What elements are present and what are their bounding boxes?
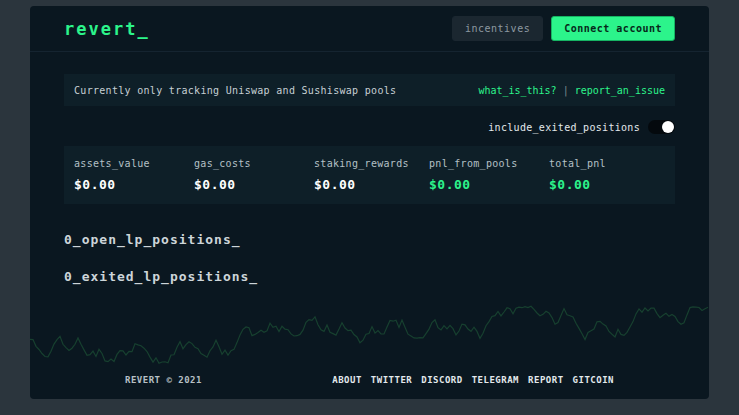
app-window: revert_ incentives Connect account Curre…	[30, 6, 709, 399]
footer-link-discord[interactable]: DISCORD	[421, 375, 462, 385]
stat-value: $0.00	[314, 177, 429, 192]
stat-gas-costs: gas_costs $0.00	[194, 158, 314, 192]
header: revert_ incentives Connect account	[30, 6, 709, 52]
report-an-issue-link[interactable]: report_an_issue	[575, 85, 665, 96]
footer-link-gitcoin[interactable]: GITCOIN	[573, 375, 614, 385]
include-exited-positions-toggle[interactable]	[648, 120, 675, 134]
stat-assets-value: assets_value $0.00	[74, 158, 194, 192]
stats-panel: assets_value $0.00 gas_costs $0.00 staki…	[64, 146, 675, 204]
stat-label: staking_rewards	[314, 158, 429, 169]
stat-staking-rewards: staking_rewards $0.00	[314, 158, 429, 192]
main-content: Currently only tracking Uniswap and Sush…	[30, 52, 709, 284]
banner-links: what_is_this? | report_an_issue	[478, 85, 665, 96]
sparkline-decoration	[30, 300, 709, 370]
sparkline-path	[30, 306, 708, 363]
stat-value: $0.00	[194, 177, 314, 192]
stat-value: $0.00	[429, 177, 549, 192]
footer: REVERT © 2021 ABOUT TWITTER DISCORD TELE…	[30, 375, 709, 399]
toggle-knob	[662, 121, 674, 133]
copyright-text: REVERT © 2021	[125, 375, 202, 385]
footer-links: ABOUT TWITTER DISCORD TELEGRAM REPORT GI…	[332, 375, 614, 385]
link-separator: |	[563, 85, 569, 96]
tracking-banner: Currently only tracking Uniswap and Sush…	[64, 74, 675, 106]
stat-pnl-from-pools: pnl_from_pools $0.00	[429, 158, 549, 192]
header-actions: incentives Connect account	[452, 16, 675, 41]
stat-label: pnl_from_pools	[429, 158, 549, 169]
banner-message: Currently only tracking Uniswap and Sush…	[74, 85, 396, 96]
include-exited-positions-label: include_exited_positions	[488, 122, 640, 133]
incentives-button[interactable]: incentives	[452, 16, 543, 41]
footer-link-report[interactable]: REPORT	[528, 375, 564, 385]
stat-label: total_pnl	[549, 158, 675, 169]
stat-label: gas_costs	[194, 158, 314, 169]
exited-lp-positions-heading: 0_exited_lp_positions_	[64, 269, 675, 284]
connect-account-button[interactable]: Connect account	[551, 16, 675, 41]
open-lp-positions-heading: 0_open_lp_positions_	[64, 232, 675, 247]
stat-value: $0.00	[74, 177, 194, 192]
footer-link-twitter[interactable]: TWITTER	[371, 375, 412, 385]
revert-logo[interactable]: revert_	[64, 19, 150, 39]
toggle-row: include_exited_positions	[64, 120, 675, 134]
stat-total-pnl: total_pnl $0.00	[549, 158, 675, 192]
what-is-this-link[interactable]: what_is_this?	[478, 85, 556, 96]
stat-value: $0.00	[549, 177, 675, 192]
footer-link-about[interactable]: ABOUT	[332, 375, 362, 385]
footer-link-telegram[interactable]: TELEGRAM	[472, 375, 519, 385]
stat-label: assets_value	[74, 158, 194, 169]
